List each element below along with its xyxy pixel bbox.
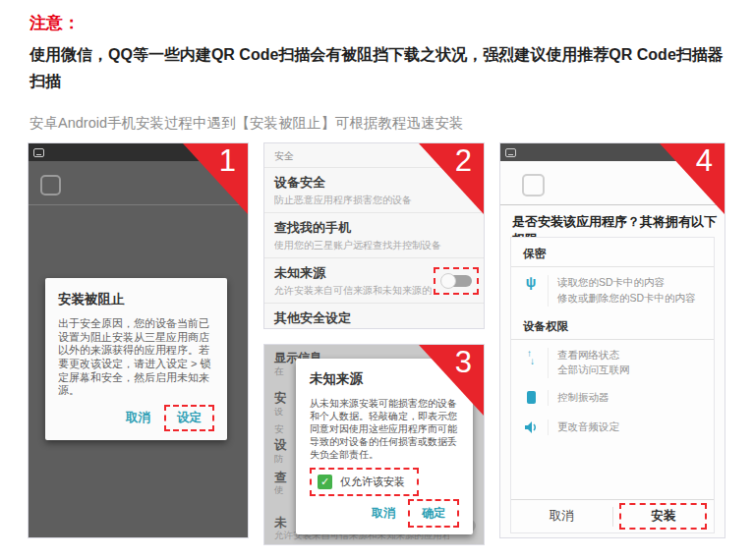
cancel-button[interactable]: 取消: [120, 407, 156, 429]
vibration-icon: [523, 390, 539, 408]
checkbox-label: 仅允许该安装: [340, 475, 405, 489]
unknown-sources-toggle-highlight: [434, 267, 479, 295]
permission-row-audio: 更改音频设定: [511, 412, 714, 441]
setting-title: 其他安全设定: [274, 309, 474, 327]
dialog-body: 出于安全原因，您的设备当前已设置为阻止安装从三星应用商店以外的来源获得的应用程序…: [58, 317, 214, 398]
unknown-sources-toggle[interactable]: [440, 273, 472, 289]
tutorial-subtitle: 安卓Android手机安装过程中遇到【安装被阻止】可根据教程迅速安装: [29, 114, 463, 133]
checkbox-checked-icon[interactable]: ✓: [318, 475, 332, 489]
permission-line: 全部访问互联网: [557, 363, 630, 378]
setting-row-other-security[interactable]: 其他安全设定 更改安全更新和证书存储等其他安全设定: [264, 304, 484, 329]
confirm-button[interactable]: 确定: [408, 499, 459, 528]
screenshot-step-2: 安全 设备安全 防止恶意应用程序损害您的设备 查找我的手机 使用您的三星账户远程…: [263, 142, 485, 329]
setting-title: 查找我的手机: [274, 219, 474, 237]
permission-line: 控制振动器: [557, 390, 609, 406]
bg-fragment: 安: [274, 423, 284, 436]
settings-button[interactable]: 设定: [164, 405, 214, 431]
setting-row-find-my-mobile[interactable]: 查找我的手机 使用您的三星账户远程查找并控制设备: [264, 213, 484, 258]
download-icon: [505, 148, 516, 157]
dialog-body: 从未知来源安装可能损害您的设备和个人数据。轻敲确定，即表示您同意对因使用这些应用…: [310, 397, 459, 461]
app-icon-placeholder: [40, 175, 61, 196]
section-privacy: 保密: [511, 238, 714, 266]
dialog-actions: 取消 设定: [58, 405, 214, 431]
dialog-title: 未知来源: [310, 370, 459, 388]
step-number: 3: [455, 345, 472, 380]
step-number: 2: [455, 143, 472, 179]
permissions-panel: 保密 ψ 读取您的SD卡中的内容 修改或删除您的SD卡中的内容 设备权限 ↑↓ …: [510, 237, 715, 533]
screenshot-step-3: 显示信息 在 安 设 安 设 防 查 使 未 允许安装来自可信来源和未知来源的应…: [263, 344, 485, 545]
setting-subtitle: 允许安装来自可信来源和未知来源的应用程序: [274, 284, 432, 298]
permission-row-storage: ψ 读取您的SD卡中的内容 修改或删除您的SD卡中的内容: [511, 267, 714, 310]
permission-row-vibration: 控制振动器: [511, 382, 714, 412]
setting-subtitle: 防止恶意应用程序损害您的设备: [274, 194, 474, 207]
bg-fragment: 设: [274, 437, 287, 454]
usb-storage-icon: ψ: [523, 275, 539, 289]
setting-title: 设备安全: [274, 174, 474, 192]
cancel-button[interactable]: 取消: [365, 501, 402, 526]
bg-fragment: 安: [274, 390, 287, 407]
install-button-cell: 安装: [613, 503, 715, 530]
empty-space: [511, 441, 714, 499]
screenshot-step-4: 1 4G 7 是否安装该应用程序？其将拥有以下权限： 保密 ψ 读取您的SD卡中…: [499, 142, 725, 538]
notice-title: 注意：: [29, 12, 80, 34]
unknown-sources-dialog: 未知来源 从未知来源安装可能损害您的设备和个人数据。轻敲确定，即表示您同意对因使…: [296, 359, 473, 534]
divider: [500, 204, 725, 205]
permission-line: 查看网络状态: [557, 348, 630, 364]
cancel-button[interactable]: 取消: [511, 508, 612, 525]
dialog-title: 安装被阻止: [58, 291, 214, 308]
download-icon: [33, 148, 44, 157]
bg-fragment: 设: [274, 406, 284, 419]
permission-line: 更改音频设定: [557, 420, 619, 435]
bg-fragment: 防: [274, 453, 284, 466]
section-device-access: 设备权限: [511, 310, 714, 339]
install-action-bar: 取消 安装: [511, 499, 714, 532]
permission-line: 读取您的SD卡中的内容: [557, 275, 696, 291]
display-info-sub: 在: [274, 365, 284, 378]
allow-once-checkbox-row[interactable]: ✓ 仅允许该安装: [310, 468, 419, 496]
screenshot-step-1: 1 4G 7 安装被阻止 出于安全原因，您的设备当前已设置为阻止安装从三星应用商…: [28, 142, 249, 538]
install-button[interactable]: 安装: [619, 503, 707, 530]
step-number: 4: [696, 143, 713, 179]
step-number: 1: [219, 143, 236, 179]
setting-subtitle: 使用您的三星账户远程查找并控制设备: [274, 239, 474, 252]
network-arrows-icon: ↑↓: [523, 348, 539, 365]
permission-line: 修改或删除您的SD卡中的内容: [557, 291, 696, 307]
permission-row-network: ↑↓ 查看网络状态 全部访问互联网: [511, 340, 714, 383]
dialog-actions: 取消 确定: [310, 499, 459, 528]
install-blocked-dialog: 安装被阻止 出于安全原因，您的设备当前已设置为阻止安装从三星应用商店以外的来源获…: [45, 278, 227, 440]
app-icon-placeholder: [522, 174, 545, 196]
tutorial-page: 注意： 使用微信，QQ等一些内建QR Code扫描会有被阻挡下载之状况，强烈建议…: [0, 0, 754, 560]
notice-body: 使用微信，QQ等一些内建QR Code扫描会有被阻挡下载之状况，强烈建议使用推荐…: [29, 41, 729, 94]
divider: [29, 204, 248, 205]
speaker-icon: [523, 420, 539, 437]
bg-fragment: 使: [274, 484, 284, 497]
setting-row-unknown-sources[interactable]: 未知来源 允许安装来自可信来源和未知来源的应用程序: [264, 258, 484, 304]
